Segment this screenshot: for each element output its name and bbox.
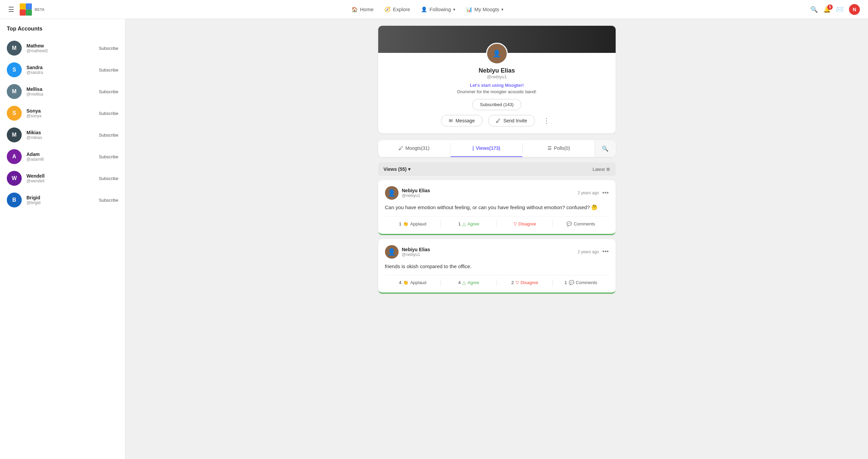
account-name-6: Wendell <box>26 173 94 179</box>
message-button[interactable]: ✉ Message <box>441 115 483 126</box>
moogts-icon: 📊 <box>466 6 472 13</box>
account-avatar-5: A <box>7 149 22 164</box>
account-info-1: Sandra @sandra <box>26 65 94 75</box>
profile-body: 👤 Nebiyu Elias @nebiyu1 Let's start usin… <box>378 43 616 133</box>
post-avatar-1: 👤 <box>385 186 399 200</box>
profile-avatar-initial: 👤 <box>493 49 501 58</box>
my-moogts-dropdown-icon: ▾ <box>501 7 503 12</box>
post-card-2: 👤 Nebiyu Elias @nebiyu1 2 years ago ••• … <box>378 239 616 294</box>
send-invite-icon: 🖊 <box>496 118 501 123</box>
agree-count-2: 4 <box>458 280 461 285</box>
comments-icon-1: 💬 <box>566 221 572 226</box>
nav-my-moogts[interactable]: 📊 My Moogts ▾ <box>466 6 503 13</box>
hamburger-icon[interactable]: ☰ <box>8 5 14 14</box>
post-handle-1: @nebiyu1 <box>402 193 430 198</box>
beta-label: BETA <box>35 7 44 12</box>
account-info-3: Sonya @sonya <box>26 108 94 118</box>
subscribe-button-1[interactable]: Subscribe <box>99 67 118 73</box>
account-avatar-1: S <box>7 62 22 77</box>
latest-sort-button[interactable]: Latest ⚙ <box>593 167 610 172</box>
account-info-0: Mathew @mathewl2 <box>26 43 94 53</box>
applaud-label-2: Applaud <box>410 280 426 285</box>
agree-action-2[interactable]: 4 △ Agree <box>441 279 497 286</box>
nav-following[interactable]: 👤 Following ▾ <box>421 6 455 13</box>
comments-action-2[interactable]: 1 💬 Comments <box>553 279 609 286</box>
agree-action-1[interactable]: 1 △ Agree <box>441 220 497 228</box>
post-content-2: friends is okish compared to the office. <box>385 263 609 271</box>
disagree-icon-1: ▽ <box>514 221 517 226</box>
account-handle-5: @adaml6 <box>26 157 94 162</box>
home-icon: 🏠 <box>351 6 358 13</box>
disagree-action-1[interactable]: ▽ Disagree <box>497 220 553 228</box>
post-meta-2: 2 years ago ••• <box>578 248 609 255</box>
following-person-icon: 👤 <box>421 6 427 13</box>
sidebar-title: Top Accounts <box>0 26 125 37</box>
post-actions-1: 1 👏 Applaud 1 △ Agree ▽ Disagree <box>385 216 609 228</box>
profile-bio: Drummer for the moogter acoustic band! <box>386 89 607 94</box>
post-header-2: 👤 Nebiyu Elias @nebiyu1 2 years ago ••• <box>385 245 609 259</box>
profile-actions: ✉ Message 🖊 Send Invite ⋮ <box>386 115 607 126</box>
account-name-2: Mellisa <box>26 86 94 92</box>
disagree-label-1: Disagree <box>519 221 536 226</box>
tab-search-button[interactable]: 🔍 <box>595 140 615 157</box>
nav-explore[interactable]: 🧭 Explore <box>384 6 410 13</box>
send-invite-button[interactable]: 🖊 Send Invite <box>488 115 535 126</box>
profile-card: 👤 Nebiyu Elias @nebiyu1 Let's start usin… <box>378 26 616 133</box>
mail-button[interactable]: ✉️ <box>836 6 844 13</box>
account-initial-4: M <box>12 132 16 138</box>
user-avatar-nav[interactable]: N <box>849 4 860 15</box>
sidebar-item-wendell: W Wendell @wendell Subscribe <box>0 167 125 189</box>
applaud-label-1: Applaud <box>410 221 426 226</box>
profile-avatar-wrap: 👤 <box>386 43 607 64</box>
top-navigation: ☰ BETA 🏠 Home 🧭 Explore 👤 Following ▾ 📊 … <box>0 0 868 19</box>
subscribe-button-3[interactable]: Subscribe <box>99 111 118 116</box>
post-more-button-2[interactable]: ••• <box>602 248 609 255</box>
sidebar-item-mellisa: M Mellisa @mellisa Subscribe <box>0 81 125 102</box>
subscribe-button-6[interactable]: Subscribe <box>99 176 118 181</box>
applaud-action-1[interactable]: 1 👏 Applaud <box>385 220 441 228</box>
disagree-count-2: 2 <box>511 280 514 285</box>
post-time-2: 2 years ago <box>578 250 599 254</box>
account-name-3: Sonya <box>26 108 94 114</box>
main-content: 👤 Nebiyu Elias @nebiyu1 Let's start usin… <box>126 19 868 459</box>
applaud-action-2[interactable]: 4 👏 Applaud <box>385 279 441 286</box>
search-button[interactable]: 🔍 <box>810 6 818 13</box>
tab-polls[interactable]: ☰ Polls(0) <box>523 140 595 157</box>
post-more-button-1[interactable]: ••• <box>602 189 609 197</box>
post-meta-1: 2 years ago ••• <box>578 189 609 197</box>
comments-count-2: 1 <box>564 280 567 285</box>
applaud-count-2: 4 <box>399 280 401 285</box>
post-avatar-2: 👤 <box>385 245 399 259</box>
nav-center: 🏠 Home 🧭 Explore 👤 Following ▾ 📊 My Moog… <box>351 6 503 13</box>
feed-filter-bar: Views (55) ▾ Latest ⚙ <box>378 162 616 176</box>
subscribe-button-2[interactable]: Subscribe <box>99 89 118 94</box>
views-filter-dropdown[interactable]: Views (55) ▾ <box>384 166 410 172</box>
disagree-action-2[interactable]: 2 ▽ Disagree <box>497 279 553 286</box>
subscribe-button-4[interactable]: Subscribe <box>99 133 118 138</box>
message-label: Message <box>456 118 475 123</box>
tab-moogts[interactable]: 🖊 Moogts(31) <box>378 140 450 157</box>
subscribe-button-0[interactable]: Subscribe <box>99 46 118 51</box>
moogts-tab-label: Moogts(31) <box>405 145 429 151</box>
tab-views[interactable]: | Views(173) <box>450 140 522 157</box>
account-initial-6: W <box>12 175 17 181</box>
account-handle-2: @mellisa <box>26 92 94 97</box>
account-name-5: Adam <box>26 152 94 157</box>
profile-handle: @nebiyu1 <box>386 74 607 79</box>
account-info-5: Adam @adaml6 <box>26 152 94 162</box>
notifications-button[interactable]: 🔔 5 <box>823 6 831 13</box>
explore-icon: 🧭 <box>384 6 391 13</box>
subscribed-button[interactable]: Subscribed (143) <box>472 99 521 110</box>
polls-tab-icon: ☰ <box>547 145 552 151</box>
subscribe-button-5[interactable]: Subscribe <box>99 154 118 159</box>
more-options-button[interactable]: ⋮ <box>540 115 553 126</box>
nav-home[interactable]: 🏠 Home <box>351 6 373 13</box>
page-layout: Top Accounts M Mathew @mathewl2 Subscrib… <box>0 19 868 459</box>
agree-label-1: Agree <box>467 221 479 226</box>
subscribe-button-7[interactable]: Subscribe <box>99 198 118 203</box>
account-name-4: Mikias <box>26 130 94 135</box>
account-initial-2: M <box>12 88 16 95</box>
comments-action-1[interactable]: 💬 Comments <box>553 220 609 228</box>
post-handle-2: @nebiyu1 <box>402 252 430 257</box>
sidebar-item-sandra: S Sandra @sandra Subscribe <box>0 59 125 81</box>
